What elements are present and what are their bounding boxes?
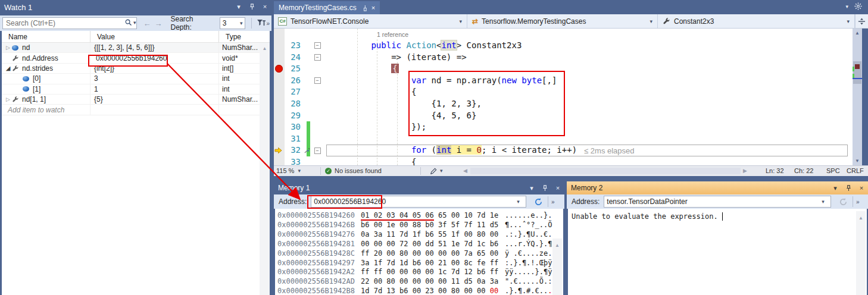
add-item-placeholder[interactable]: Add item to watch xyxy=(2,106,64,114)
address-input[interactable] xyxy=(311,196,526,208)
tab-close-icon[interactable]: × xyxy=(371,4,375,11)
type-dropdown[interactable]: ⇄ Tensorflow.MemoryTestingCases ▾ xyxy=(468,14,658,28)
memory-row[interactable]: 0x000002556B19426Bb6 00 1e 00 88 b0 3f 5… xyxy=(277,221,551,230)
search-depth-dropdown[interactable]: 3 ▾ xyxy=(220,17,246,29)
code-line[interactable]: 33{ xyxy=(274,156,853,165)
close-icon[interactable]: × xyxy=(261,2,269,11)
collapse-icon[interactable]: − xyxy=(314,148,321,154)
editor-vertical-scrollbar[interactable]: ▲ ▼ xyxy=(853,29,862,165)
memory-row[interactable]: 0x000002556B1942AD22 00 80 00 00 00 00 1… xyxy=(277,277,551,287)
scroll-up-icon[interactable]: ▲ xyxy=(555,243,560,248)
column-header-name[interactable]: Name xyxy=(2,31,90,42)
search-input[interactable] xyxy=(2,17,137,29)
collapse-icon[interactable]: − xyxy=(314,77,321,84)
pin-icon[interactable] xyxy=(248,2,256,11)
chevron-down-icon[interactable]: ▾ xyxy=(517,199,520,205)
breakpoint-icon[interactable] xyxy=(275,65,283,73)
memory2-content[interactable]: Unable to evaluate the expression. ▲ xyxy=(568,209,867,295)
watch-row[interactable]: ▷nd{[[1, 2, 3], [4, 5, 6]]}NumShar... xyxy=(2,43,260,53)
window-menu-icon[interactable]: ▾ xyxy=(831,184,839,192)
code-line[interactable]: 30}); xyxy=(274,121,853,133)
collapse-icon[interactable]: − xyxy=(314,54,321,61)
watch-row[interactable]: [0]3int xyxy=(2,74,260,84)
line-gutter[interactable] xyxy=(274,86,285,98)
expander-collapsed-icon[interactable]: ▷ xyxy=(4,96,12,102)
watch-row[interactable]: ▷nd[1, 1]{5}NumShar... xyxy=(2,95,260,105)
memory-row[interactable]: 0x000002556B1942B81d 7d 13 b6 00 23 00 8… xyxy=(277,287,551,295)
search-back-icon[interactable]: ← xyxy=(143,19,151,28)
code-editor[interactable]: 1 reference 23−public Action<int> Consta… xyxy=(274,29,862,165)
codelens-references[interactable]: 1 reference xyxy=(377,31,408,38)
tab-pin-icon[interactable] xyxy=(361,5,367,11)
memory-row[interactable]: 0x000002556B1942760a 3a 11 7d 1f b6 55 1… xyxy=(277,230,551,240)
expander-collapsed-icon[interactable]: ▷ xyxy=(4,45,12,51)
pin-icon[interactable] xyxy=(844,184,853,192)
line-gutter[interactable] xyxy=(274,63,285,75)
project-dropdown[interactable]: C# TensorFlowNET.Console ▾ xyxy=(274,14,467,28)
watch-row[interactable]: [1]1int xyxy=(2,84,260,95)
memory-row[interactable]: 0x000002556B1942973a 1f 7d 1d b6 00 21 0… xyxy=(277,259,551,268)
column-header-value[interactable]: Value xyxy=(90,31,219,42)
code-line[interactable]: 24−=> (iterate) => xyxy=(274,52,853,64)
document-health-indicator[interactable]: ✓ No issues found xyxy=(325,166,382,176)
scroll-up-icon[interactable]: ▲ xyxy=(853,30,862,36)
pen-dropdown[interactable]: ▾ xyxy=(430,166,443,176)
scroll-left-icon[interactable]: ◀ xyxy=(463,166,467,176)
refresh-icon[interactable] xyxy=(534,197,543,206)
line-gutter[interactable] xyxy=(274,121,285,133)
watch-row[interactable]: ◢nd.strides{int[2]}int[] xyxy=(2,64,260,74)
address-input[interactable] xyxy=(604,196,831,208)
memory-row[interactable]: 0x000002556B1942A2ff ff 00 00 00 00 1c 7… xyxy=(277,268,551,277)
fold-margin[interactable]: − xyxy=(312,75,323,87)
code-line[interactable]: 26−var nd = np.array(new byte[,] xyxy=(274,75,853,87)
line-gutter[interactable] xyxy=(274,40,285,52)
fold-margin[interactable]: − xyxy=(312,145,323,156)
toolbar-overflow-icon[interactable]: » xyxy=(856,199,859,205)
pin-icon[interactable] xyxy=(541,184,549,192)
member-dropdown[interactable]: Constant2x3 ▾ xyxy=(658,14,855,28)
code-line[interactable]: 23−public Action<int> Constant2x3 xyxy=(274,40,853,52)
window-menu-icon[interactable]: ▾ xyxy=(235,2,243,11)
window-menu-icon[interactable]: ▾ xyxy=(527,184,536,192)
code-line[interactable]: 29{4, 5, 6} xyxy=(274,110,853,122)
search-icon[interactable] xyxy=(124,18,132,26)
column-header-type[interactable]: Type xyxy=(219,31,270,42)
memory-row[interactable]: 0x000002556B19428100 00 00 72 00 dd 51 1… xyxy=(277,240,551,249)
search-options-chevron-icon[interactable]: ▾ xyxy=(133,20,136,26)
line-gutter[interactable] xyxy=(274,133,285,145)
line-gutter[interactable] xyxy=(274,75,285,87)
horizontal-scrollbar[interactable] xyxy=(470,168,741,174)
watch-row[interactable]: Add item to watch xyxy=(2,105,260,115)
code-line[interactable]: 25{ xyxy=(274,63,853,75)
close-icon[interactable]: × xyxy=(857,184,866,192)
code-line[interactable]: 28{1, 2, 3}, xyxy=(274,98,853,110)
code-line[interactable]: 31 xyxy=(274,133,853,145)
chevron-down-icon[interactable]: ▾ xyxy=(822,199,825,205)
gear-icon[interactable] xyxy=(854,2,862,10)
line-gutter[interactable] xyxy=(274,98,285,110)
line-gutter[interactable] xyxy=(274,156,285,165)
collapse-icon[interactable]: − xyxy=(314,42,321,49)
tab-list-chevron-icon[interactable]: ▾ xyxy=(845,4,848,10)
document-tab[interactable]: MemoryTestingCases.cs × xyxy=(274,1,380,14)
watch-scrollbar[interactable]: ▲ xyxy=(260,43,270,295)
toolbar-overflow-icon[interactable]: » xyxy=(266,20,269,27)
scroll-down-icon[interactable]: ▼ xyxy=(853,158,862,164)
line-gutter[interactable] xyxy=(274,52,285,64)
code-line[interactable]: 32−for (int i = 0; i < iterate; i++)≤ 2m… xyxy=(274,145,853,156)
memory1-scrollbar[interactable]: ▲ xyxy=(552,238,562,295)
line-gutter[interactable] xyxy=(274,110,285,122)
memory1-content[interactable]: 0x000002556B19426001 02 03 04 05 06 65 0… xyxy=(275,209,563,295)
search-forward-icon[interactable]: → xyxy=(154,19,162,28)
scroll-up-icon[interactable]: ▲ xyxy=(858,215,863,221)
scroll-right-icon[interactable]: ▶ xyxy=(743,166,747,176)
toolbar-overflow-icon[interactable]: » xyxy=(551,199,554,205)
memory2-scrollbar[interactable]: ▲ xyxy=(856,211,866,295)
split-editor-icon[interactable] xyxy=(855,14,868,28)
line-gutter[interactable] xyxy=(274,145,285,156)
memory-row[interactable]: 0x000002556B19428Cff 20 00 80 00 00 00 0… xyxy=(277,249,551,259)
zoom-dropdown[interactable]: 115 % ▾ xyxy=(276,166,301,176)
memory-row[interactable]: 0x000002556B19426001 02 03 04 05 06 65 0… xyxy=(277,211,551,221)
close-icon[interactable]: × xyxy=(554,184,562,192)
scroll-up-icon[interactable]: ▲ xyxy=(263,46,267,295)
